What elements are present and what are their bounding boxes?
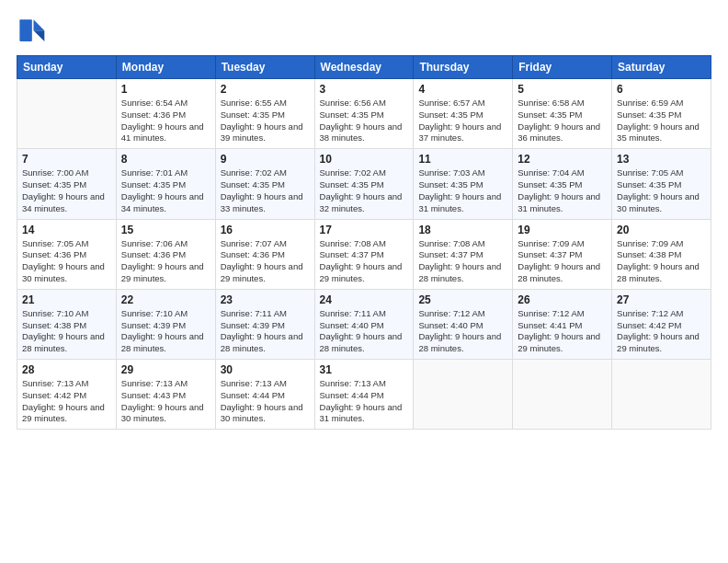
calendar-cell: 31 Sunrise: 7:13 AM Sunset: 4:44 PM Dayl… [314,360,414,430]
weekday-header-friday: Friday [513,56,612,79]
calendar-cell: 26 Sunrise: 7:12 AM Sunset: 4:41 PM Dayl… [513,289,612,359]
daylight-label: Daylight: 9 hours and 39 minutes. [221,121,303,144]
sunset-label: Sunset: 4:35 PM [418,179,483,190]
sunrise-label: Sunrise: 7:10 AM [121,308,188,318]
calendar-cell: 10 Sunrise: 7:02 AM Sunset: 4:35 PM Dayl… [314,149,414,219]
calendar-cell: 8 Sunrise: 7:01 AM Sunset: 4:35 PM Dayli… [116,149,215,219]
day-number: 18 [418,224,507,236]
day-number: 16 [221,224,310,236]
calendar-cell: 4 Sunrise: 6:57 AM Sunset: 4:35 PM Dayli… [414,79,513,149]
sunrise-label: Sunrise: 7:05 AM [22,238,88,248]
sunrise-label: Sunrise: 7:06 AM [121,238,188,248]
daylight-label: Daylight: 9 hours and 35 minutes. [617,121,700,144]
day-info: Sunrise: 7:06 AM Sunset: 4:36 PM Dayligh… [121,238,210,285]
sunrise-label: Sunrise: 6:59 AM [617,98,683,108]
sunrise-label: Sunrise: 7:01 AM [121,167,188,178]
day-number: 26 [518,293,607,306]
day-info: Sunrise: 7:00 AM Sunset: 4:35 PM Dayligh… [22,167,111,214]
weekday-header-wednesday: Wednesday [314,56,414,79]
day-info: Sunrise: 6:55 AM Sunset: 4:35 PM Dayligh… [221,98,310,144]
day-info: Sunrise: 6:54 AM Sunset: 4:36 PM Dayligh… [121,98,210,144]
sunset-label: Sunset: 4:43 PM [121,390,186,400]
daylight-label: Daylight: 9 hours and 29 minutes. [221,261,303,283]
logo [17,17,50,46]
day-number: 4 [418,83,507,96]
day-number: 23 [221,293,310,306]
sunset-label: Sunset: 4:40 PM [418,320,483,330]
day-info: Sunrise: 7:02 AM Sunset: 4:35 PM Dayligh… [320,167,409,214]
sunset-label: Sunset: 4:35 PM [221,109,285,120]
daylight-label: Daylight: 9 hours and 30 minutes. [121,402,204,424]
sunset-label: Sunset: 4:40 PM [320,320,384,330]
sunrise-label: Sunrise: 7:13 AM [121,378,188,388]
day-info: Sunrise: 7:10 AM Sunset: 4:38 PM Dayligh… [22,308,111,355]
calendar-cell: 17 Sunrise: 7:08 AM Sunset: 4:37 PM Dayl… [314,219,414,289]
day-info: Sunrise: 7:12 AM Sunset: 4:42 PM Dayligh… [617,308,706,355]
sunset-label: Sunset: 4:41 PM [518,320,582,330]
calendar-cell: 13 Sunrise: 7:05 AM Sunset: 4:35 PM Dayl… [612,149,711,219]
daylight-label: Daylight: 9 hours and 36 minutes. [518,121,600,144]
calendar-cell: 23 Sunrise: 7:11 AM Sunset: 4:39 PM Dayl… [215,289,314,359]
daylight-label: Daylight: 9 hours and 29 minutes. [320,261,403,283]
weekday-header-monday: Monday [116,56,215,79]
sunset-label: Sunset: 4:35 PM [121,179,186,190]
daylight-label: Daylight: 9 hours and 31 minutes. [418,191,501,213]
daylight-label: Daylight: 9 hours and 33 minutes. [221,191,303,213]
day-number: 14 [22,224,111,236]
calendar-cell: 24 Sunrise: 7:11 AM Sunset: 4:40 PM Dayl… [314,289,414,359]
sunset-label: Sunset: 4:44 PM [320,390,384,400]
calendar-cell: 30 Sunrise: 7:13 AM Sunset: 4:44 PM Dayl… [215,360,314,430]
day-info: Sunrise: 7:12 AM Sunset: 4:40 PM Dayligh… [418,308,507,355]
sunset-label: Sunset: 4:35 PM [221,179,285,190]
calendar-cell: 27 Sunrise: 7:12 AM Sunset: 4:42 PM Dayl… [612,289,711,359]
day-info: Sunrise: 6:56 AM Sunset: 4:35 PM Dayligh… [320,98,409,144]
logo-icon [17,17,46,46]
calendar-cell [513,360,612,430]
weekday-header-saturday: Saturday [612,56,711,79]
day-info: Sunrise: 7:03 AM Sunset: 4:35 PM Dayligh… [418,167,507,214]
sunrise-label: Sunrise: 7:09 AM [617,238,683,248]
sunrise-label: Sunrise: 7:12 AM [518,308,584,318]
calendar-cell: 20 Sunrise: 7:09 AM Sunset: 4:38 PM Dayl… [612,219,711,289]
daylight-label: Daylight: 9 hours and 29 minutes. [518,331,600,353]
sunset-label: Sunset: 4:42 PM [22,390,86,400]
sunrise-label: Sunrise: 7:13 AM [22,378,88,388]
sunrise-label: Sunrise: 7:08 AM [320,238,386,248]
day-number: 28 [22,363,111,376]
sunrise-label: Sunrise: 7:12 AM [418,308,484,318]
week-row-2: 14 Sunrise: 7:05 AM Sunset: 4:36 PM Dayl… [17,219,711,289]
day-number: 6 [617,83,706,96]
week-row-1: 7 Sunrise: 7:00 AM Sunset: 4:35 PM Dayli… [17,149,711,219]
sunrise-label: Sunrise: 7:11 AM [221,308,287,318]
calendar-table: SundayMondayTuesdayWednesdayThursdayFrid… [17,55,711,430]
sunset-label: Sunset: 4:36 PM [22,249,86,259]
svg-marker-1 [34,30,45,41]
calendar-cell: 29 Sunrise: 7:13 AM Sunset: 4:43 PM Dayl… [116,360,215,430]
daylight-label: Daylight: 9 hours and 34 minutes. [121,191,204,213]
daylight-label: Daylight: 9 hours and 32 minutes. [320,191,403,213]
calendar-cell: 16 Sunrise: 7:07 AM Sunset: 4:36 PM Dayl… [215,219,314,289]
day-info: Sunrise: 7:05 AM Sunset: 4:36 PM Dayligh… [22,238,111,285]
sunset-label: Sunset: 4:39 PM [221,320,285,330]
sunrise-label: Sunrise: 6:55 AM [221,98,287,108]
day-number: 13 [617,153,706,166]
sunrise-label: Sunrise: 7:11 AM [320,308,386,318]
daylight-label: Daylight: 9 hours and 28 minutes. [22,331,105,353]
calendar-cell: 21 Sunrise: 7:10 AM Sunset: 4:38 PM Dayl… [17,289,117,359]
day-number: 19 [518,224,607,236]
sunset-label: Sunset: 4:42 PM [617,320,681,330]
calendar-cell: 18 Sunrise: 7:08 AM Sunset: 4:37 PM Dayl… [414,219,513,289]
day-number: 21 [22,293,111,306]
calendar-cell [17,79,117,149]
day-info: Sunrise: 6:58 AM Sunset: 4:35 PM Dayligh… [518,98,607,144]
day-info: Sunrise: 7:13 AM Sunset: 4:42 PM Dayligh… [22,378,111,425]
day-number: 1 [121,83,210,96]
daylight-label: Daylight: 9 hours and 38 minutes. [320,121,403,144]
sunrise-label: Sunrise: 7:10 AM [22,308,88,318]
daylight-label: Daylight: 9 hours and 28 minutes. [518,261,600,283]
day-info: Sunrise: 7:10 AM Sunset: 4:39 PM Dayligh… [121,308,210,355]
sunrise-label: Sunrise: 7:13 AM [221,378,287,388]
sunrise-label: Sunrise: 7:08 AM [418,238,484,248]
sunrise-label: Sunrise: 7:05 AM [617,167,683,178]
day-number: 11 [418,153,507,166]
